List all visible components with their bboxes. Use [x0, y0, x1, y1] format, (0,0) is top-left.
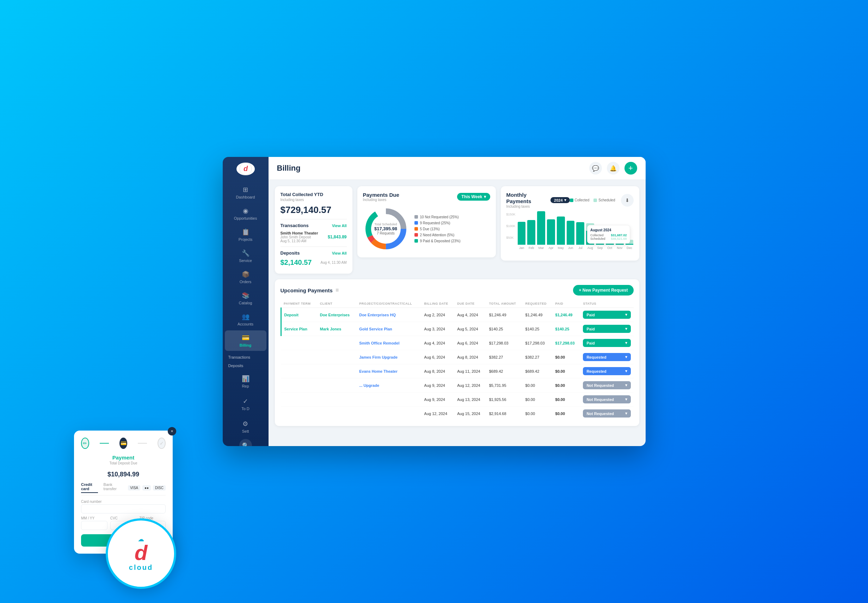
card-number-input[interactable]: [81, 504, 166, 513]
sidebar-item-todo[interactable]: ✓ To D: [239, 394, 251, 414]
bar-label-jun: Jun: [568, 246, 574, 250]
sidebar-item-accounts[interactable]: 👥 Accounts: [225, 309, 267, 330]
credit-card-tab[interactable]: Credit card: [81, 482, 98, 493]
deposits-section: Deposits View All $2,140.57 Aug 4, 11:30…: [281, 250, 347, 267]
sidebar-item-label: Dashboard: [236, 195, 255, 199]
sidebar-item-opportunities[interactable]: ◉ Opportunities: [225, 204, 267, 224]
todo-icon: ✓: [243, 397, 248, 405]
notifications-button[interactable]: 🔔: [607, 162, 620, 175]
cell-status[interactable]: Paid ▾: [580, 336, 633, 350]
status-badge[interactable]: Paid ▾: [583, 339, 631, 347]
download-button[interactable]: ⬇: [621, 194, 634, 207]
col-status: STATUS: [580, 300, 633, 308]
status-badge[interactable]: Not Requested ▾: [583, 410, 631, 417]
sidebar-item-label: Catalog: [239, 301, 252, 305]
cell-billing-date: Aug 9, 2024: [421, 393, 455, 407]
cell-status[interactable]: Not Requested ▾: [580, 393, 633, 407]
cell-status[interactable]: Not Requested ▾: [580, 407, 633, 421]
cell-due-date: Aug 13, 2024: [454, 393, 486, 407]
donut-requests: 7 Requests: [374, 231, 397, 235]
cell-total: $140.25: [486, 322, 523, 336]
this-week-badge[interactable]: This Week ▾: [457, 193, 490, 201]
sidebar-item-catalog[interactable]: 📚 Catalog: [225, 288, 267, 309]
chat-button[interactable]: 💬: [589, 162, 602, 175]
bar-collected-jul: [576, 222, 584, 245]
cell-status[interactable]: Paid ▾: [580, 308, 633, 322]
expiry-input[interactable]: [81, 521, 108, 530]
card-number-label: Card number: [81, 500, 166, 504]
cell-project: Gold Service Plan: [356, 322, 421, 336]
catalog-icon: 📚: [242, 292, 250, 299]
legend-dot-green: [415, 239, 418, 243]
sidebar-item-label: Billing: [240, 343, 251, 347]
status-badge[interactable]: Not Requested ▾: [583, 395, 631, 404]
monthly-subtitle: Including taxes: [506, 204, 548, 209]
payments-due-subtitle: Including taxes: [363, 198, 399, 202]
year-badge[interactable]: 2024 ▾: [550, 197, 569, 203]
expiry-label: MM / YY: [81, 516, 108, 520]
status-badge[interactable]: Requested ▾: [583, 367, 631, 375]
cell-paid: $1,246.49: [553, 308, 580, 322]
accounts-icon: 👥: [242, 313, 250, 320]
cell-paid: $17,298.03: [553, 336, 580, 350]
sidebar-item-orders[interactable]: 📦 Orders: [225, 267, 267, 288]
bar-collected-jun: [567, 221, 575, 245]
cell-requested: $0.00: [523, 393, 553, 407]
cell-billing-date: Aug 3, 2024: [421, 322, 455, 336]
cell-billing-date: Aug 8, 2024: [421, 364, 455, 378]
logo[interactable]: d: [236, 162, 255, 175]
cell-total: $17,298.03: [486, 336, 523, 350]
step-3: ✓: [157, 438, 166, 449]
orders-icon: 📦: [242, 271, 250, 278]
cell-total: $5,731.95: [486, 378, 523, 393]
col-client: CLIENT: [317, 300, 356, 308]
legend-item-3: 2 Need Attention (5%): [415, 233, 461, 237]
search-button[interactable]: 🔍: [239, 439, 252, 446]
status-badge[interactable]: Paid ▾: [583, 311, 631, 319]
cell-requested: $689.42: [523, 364, 553, 378]
cell-status[interactable]: Requested ▾: [580, 364, 633, 378]
monthly-title: Monthly Payments: [506, 192, 532, 204]
sidebar-item-service[interactable]: 🔧 Service: [225, 246, 267, 266]
page-header: Billing 💬 🔔 +: [268, 157, 646, 180]
sidebar-item-label: Opportunities: [234, 216, 257, 220]
cell-term: [281, 364, 317, 378]
status-badge[interactable]: Paid ▾: [583, 325, 631, 333]
transactions-view-all[interactable]: View All: [332, 224, 347, 228]
monthly-payments-card: Monthly Payments Including taxes 2024 ▾: [501, 186, 639, 261]
new-payment-button[interactable]: + New Payment Request: [573, 285, 633, 295]
cell-project: Evans Home Theater: [356, 364, 421, 378]
add-button[interactable]: +: [624, 162, 637, 175]
cell-total: $2,914.68: [486, 407, 523, 421]
cell-project: ... Upgrade: [356, 378, 421, 393]
sidebar-item-billing[interactable]: 💳 Billing: [225, 331, 267, 351]
billing-subnav: Transactions Deposits: [223, 352, 268, 371]
cell-status[interactable]: Not Requested ▾: [580, 378, 633, 393]
overlay-amount: $10,894.99: [81, 471, 166, 478]
status-badge[interactable]: Not Requested ▾: [583, 381, 631, 389]
status-badge[interactable]: Requested ▾: [583, 353, 631, 361]
bar-label-aug: Aug: [587, 246, 593, 250]
sidebar-item-reports[interactable]: 📊 Rep: [240, 371, 251, 392]
sidebar-bottom: 📊 Rep ✓ To D ⚙ Sett 🔍: [223, 371, 268, 446]
sidebar-sub-item-deposits[interactable]: Deposits: [223, 362, 268, 370]
cell-due-date: Aug 8, 2024: [454, 350, 486, 364]
close-button[interactable]: ×: [168, 427, 176, 436]
dashboard-icon: ⊞: [243, 186, 248, 193]
cell-status[interactable]: Requested ▾: [580, 350, 633, 364]
filter-icon[interactable]: ≡: [336, 287, 339, 294]
bar-group-feb: Feb: [527, 209, 535, 250]
cell-status[interactable]: Paid ▾: [580, 322, 633, 336]
bar-group-may: May: [557, 209, 565, 250]
transaction-detail: John Smith Deposit: [281, 235, 318, 239]
sidebar-sub-item-transactions[interactable]: Transactions: [223, 353, 268, 362]
sidebar-item-settings[interactable]: ⚙ Sett: [240, 416, 251, 437]
sidebar-item-projects[interactable]: 📋 Projects: [225, 225, 267, 245]
discover-icon: DISC: [153, 485, 166, 490]
sidebar-item-label: Sett: [242, 429, 249, 433]
legend-scheduled: [594, 198, 597, 202]
sidebar-item-dashboard[interactable]: ⊞ Dashboard: [225, 182, 267, 203]
bank-transfer-tab[interactable]: Bank transfer: [103, 482, 123, 493]
deposits-view-all[interactable]: View All: [332, 251, 347, 255]
bar-label-sep: Sep: [597, 246, 603, 250]
